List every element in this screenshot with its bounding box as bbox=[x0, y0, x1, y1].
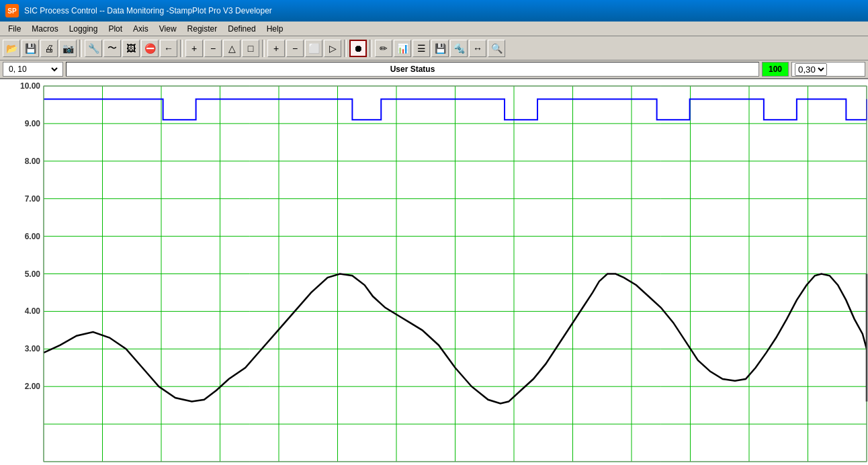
print-button[interactable]: 🖨 bbox=[40, 40, 58, 57]
toolbar-sep-5 bbox=[370, 40, 372, 57]
menubar: File Macros Logging Plot Axis View Regis… bbox=[0, 22, 868, 36]
toolbar-sep-1 bbox=[79, 40, 82, 57]
toolbar-sep-2 bbox=[180, 40, 183, 57]
menu-file[interactable]: File bbox=[3, 23, 26, 35]
floppy-button[interactable]: 💾 bbox=[431, 40, 449, 57]
menu-defined[interactable]: Defined bbox=[222, 23, 261, 35]
toolbar: 📂 💾 🖨 📷 🔧 〜 🖼 ⛔ ← + − △ □ + − ⬜ ▷ ⏺ ✏ 📊 … bbox=[0, 36, 868, 60]
speed-select[interactable]: 0,30 0,10 0,50 bbox=[795, 63, 827, 76]
count-display: 100 bbox=[762, 62, 789, 77]
open-button[interactable]: 📂 bbox=[3, 40, 20, 57]
plus2-button[interactable]: + bbox=[267, 40, 285, 57]
user-status-label: User Status bbox=[66, 62, 759, 77]
tool-button[interactable]: 🔧 bbox=[85, 40, 102, 57]
pen-button[interactable]: ✏ bbox=[375, 40, 392, 57]
range-select[interactable]: 0, 10 0, 5 0, 100 bbox=[6, 64, 60, 75]
titlebar: SP SIC Process Control -- Data Monitorin… bbox=[0, 0, 868, 22]
menu-plot[interactable]: Plot bbox=[103, 23, 128, 35]
menu-view[interactable]: View bbox=[154, 23, 182, 35]
zoom-in-button[interactable]: + bbox=[185, 40, 203, 57]
triangle-button[interactable]: △ bbox=[223, 40, 241, 57]
record-button[interactable]: ⏺ bbox=[349, 40, 367, 57]
zoom-button[interactable]: 🔍 bbox=[488, 40, 505, 57]
toolbar-sep-4 bbox=[344, 40, 347, 57]
menu-logging[interactable]: Logging bbox=[64, 23, 103, 35]
chart-canvas bbox=[0, 79, 868, 465]
save-button[interactable]: 💾 bbox=[21, 40, 39, 57]
arrows-button[interactable]: ↔ bbox=[469, 40, 486, 57]
menu-help[interactable]: Help bbox=[261, 23, 289, 35]
app-icon-label: SP bbox=[7, 7, 16, 15]
wrench-button[interactable]: 🔩 bbox=[450, 40, 468, 57]
list-button[interactable]: ☰ bbox=[413, 40, 430, 57]
toolbar-sep-3 bbox=[262, 40, 265, 57]
app-icon: SP bbox=[5, 4, 19, 17]
title-text: SIC Process Control -- Data Monitoring -… bbox=[24, 6, 272, 15]
box-button[interactable]: ⬜ bbox=[305, 40, 322, 57]
zoom-out-button[interactable]: − bbox=[204, 40, 222, 57]
back-button[interactable]: ← bbox=[160, 40, 177, 57]
chart-area bbox=[0, 79, 868, 465]
minus2-button[interactable]: − bbox=[286, 40, 304, 57]
square-button[interactable]: □ bbox=[242, 40, 259, 57]
chart-button[interactable]: 📊 bbox=[394, 40, 411, 57]
menu-register[interactable]: Register bbox=[182, 23, 223, 35]
speed-dropdown[interactable]: 0,30 0,10 0,50 bbox=[791, 62, 865, 77]
camera-button[interactable]: 📷 bbox=[59, 40, 77, 57]
stop-button[interactable]: ⛔ bbox=[141, 40, 159, 57]
play-button[interactable]: ▷ bbox=[324, 40, 341, 57]
wave-button[interactable]: 〜 bbox=[103, 40, 121, 57]
menu-macros[interactable]: Macros bbox=[26, 23, 63, 35]
statusbar: 0, 10 0, 5 0, 100 User Status 100 0,30 0… bbox=[0, 60, 868, 79]
image-button[interactable]: 🖼 bbox=[122, 40, 140, 57]
range-dropdown[interactable]: 0, 10 0, 5 0, 100 bbox=[3, 62, 63, 77]
menu-axis[interactable]: Axis bbox=[128, 23, 154, 35]
